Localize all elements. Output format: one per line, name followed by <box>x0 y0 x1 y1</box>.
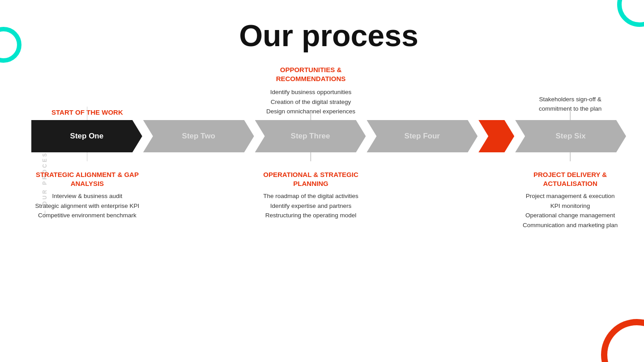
step6-arrow-col: Step Six <box>515 120 626 152</box>
step6-bottom-line2: KPI monitoring <box>523 201 618 211</box>
step5-arrow-col <box>478 120 514 152</box>
step1-arrow: Step One <box>31 120 142 152</box>
step3-top-line1: Identify business opportunities <box>266 87 355 97</box>
step1-top-label: START OF THE WORK <box>51 66 123 120</box>
step5-arrow <box>478 120 514 152</box>
vline-step1-bottom <box>87 152 88 161</box>
step3-top-line2: Creation of the digital strategy <box>266 97 355 107</box>
step6-bottom-line3: Operational change management <box>523 211 618 220</box>
vline-step3-top <box>311 111 311 120</box>
arrows-row: Step One Step Two Step Three Step Four S… <box>31 120 626 152</box>
step1-bottom-label: STRATEGIC ALIGNMENT & GAP ANALYSIS Inter… <box>31 152 143 224</box>
step3-bottom-text: The roadmap of the digital activities Id… <box>263 191 358 220</box>
step2-top-col <box>143 66 255 120</box>
step4-arrow-col: Step Four <box>367 120 478 152</box>
deco-circle-tl <box>0 27 21 63</box>
step1-arrow-col: Step One <box>31 120 142 152</box>
step3-top-title: OPPORTUNITIES & RECOMMENDATIONS <box>255 65 367 83</box>
step2-bottom-col <box>143 152 255 224</box>
vline-step6-top <box>570 111 571 120</box>
step4-top-col <box>367 66 478 120</box>
step3-bottom-label: OPERATIONAL & STRATEGIC PLANNING The roa… <box>255 152 367 224</box>
step4-arrow: Step Four <box>367 120 478 152</box>
step6-bottom-label: PROJECT DELIVERY & ACTUALISATION Project… <box>514 152 626 224</box>
step6-top-col: Stakeholders sign-off & commitment to th… <box>514 66 626 120</box>
step6-top-label: Stakeholders sign-off & commitment to th… <box>539 66 601 120</box>
bottom-labels-row: STRATEGIC ALIGNMENT & GAP ANALYSIS Inter… <box>31 152 626 224</box>
step3-bottom-line3: Restructuring the operating model <box>263 211 358 220</box>
step3-top-label: OPPORTUNITIES & RECOMMENDATIONS Identify… <box>255 66 367 120</box>
step6-bottom-title: PROJECT DELIVERY & ACTUALISATION <box>514 170 626 188</box>
step1-bottom-line2: Strategic alignment with enterprise KPI <box>35 201 140 211</box>
step2-arrow-col: Step Two <box>143 120 254 152</box>
step3-bottom-line1: The roadmap of the digital activities <box>263 191 358 201</box>
step3-bottom-line2: Identify expertise and partners <box>263 201 358 211</box>
step3-arrow: Step Three <box>255 120 366 152</box>
vline-step3-bottom <box>311 152 311 161</box>
step3-bottom-title: OPERATIONAL & STRATEGIC PLANNING <box>255 170 367 188</box>
vline-step6-bottom <box>570 152 571 161</box>
step3-top-col: OPPORTUNITIES & RECOMMENDATIONS Identify… <box>255 66 367 120</box>
step6-arrow: Step Six <box>515 120 626 152</box>
step6-bottom-col: PROJECT DELIVERY & ACTUALISATION Project… <box>514 152 626 224</box>
step6-top-line1: Stakeholders sign-off & <box>539 95 601 104</box>
step5-top-col <box>478 66 514 120</box>
page-title: Our process <box>239 18 418 53</box>
main-content: Our process START OF THE WORK OPPORTUNIT… <box>31 0 626 362</box>
step1-bottom-col: STRATEGIC ALIGNMENT & GAP ANALYSIS Inter… <box>31 152 143 224</box>
step1-bottom-line3: Competitive environment benchmark <box>35 211 140 220</box>
step4-bottom-col <box>367 152 478 224</box>
step3-bottom-col: OPERATIONAL & STRATEGIC PLANNING The roa… <box>255 152 367 224</box>
process-container: START OF THE WORK OPPORTUNITIES & RECOMM… <box>31 66 626 224</box>
step2-arrow: Step Two <box>143 120 254 152</box>
vline-step1-top <box>87 107 88 120</box>
step6-bottom-text: Project management & execution KPI monit… <box>523 191 618 230</box>
step6-bottom-line1: Project management & execution <box>523 191 618 201</box>
top-labels-row: START OF THE WORK OPPORTUNITIES & RECOMM… <box>31 66 626 120</box>
step1-bottom-text: Interview & business audit Strategic ali… <box>35 191 140 220</box>
step1-bottom-line1: Interview & business audit <box>35 191 140 201</box>
step1-top-col: START OF THE WORK <box>31 66 143 120</box>
step6-bottom-line4: Communication and marketing plan <box>523 220 618 230</box>
step3-arrow-col: Step Three <box>255 120 366 152</box>
step5-bottom-col <box>478 152 514 224</box>
step1-bottom-title: STRATEGIC ALIGNMENT & GAP ANALYSIS <box>31 170 143 188</box>
